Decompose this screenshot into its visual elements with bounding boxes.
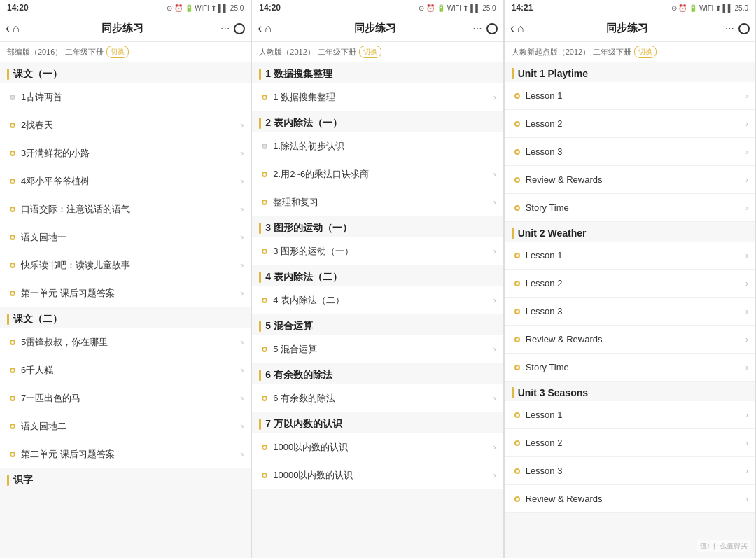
list-item[interactable]: Review & Rewards › — [505, 326, 755, 354]
list-item[interactable]: 3开满鲜花的小路 › — [0, 139, 251, 167]
nav-bar: ‹ ⌂ 同步练习 ··· — [252, 15, 503, 42]
chevron-icon: › — [493, 470, 496, 480]
chevron-icon: › — [746, 494, 748, 504]
section-header-2: Unit 3 Seasons — [505, 382, 755, 401]
panel-2: 14:20 ⊙ ⏰ 🔋 WiFi ⬆ ▌▌ 25.0 ‹ ⌂ 同步练习 ··· … — [252, 0, 503, 558]
section-bar — [7, 69, 9, 80]
list-item[interactable]: Lesson 2 › — [505, 429, 755, 457]
chevron-icon: › — [746, 438, 748, 448]
more-button[interactable]: ··· — [725, 22, 734, 35]
list-item[interactable]: 10000以内数的认识 › — [252, 461, 503, 489]
item-text: 3 图形的运动（一） — [273, 245, 493, 258]
list-item[interactable]: 整理和复习 › — [252, 188, 503, 216]
list-item[interactable]: 第一单元 课后习题答案 › — [0, 279, 251, 307]
section-header-0: 1 数据搜集整理 — [252, 62, 503, 83]
record-button[interactable] — [486, 23, 498, 34]
item-text: 4 表内除法（二） — [273, 294, 493, 307]
list-item[interactable]: 1.除法的初步认识 — [252, 132, 503, 160]
dot-icon — [514, 205, 520, 211]
list-item[interactable]: 语文园地一 › — [0, 223, 251, 251]
list-item[interactable]: 口语交际：注意说话的语气 › — [0, 195, 251, 223]
list-item[interactable]: Lesson 1 › — [505, 82, 755, 110]
dot-icon — [262, 249, 267, 254]
list-item[interactable]: Lesson 3 › — [505, 457, 755, 485]
list-item[interactable]: 快乐读书吧：读读儿童故事 › — [0, 251, 251, 279]
switch-button[interactable]: 切换 — [106, 46, 129, 58]
item-text: 1 数据搜集整理 — [273, 91, 493, 104]
section-title: 6 有余数的除法 — [265, 369, 332, 382]
dot-icon — [262, 95, 267, 100]
list-item[interactable]: Lesson 1 › — [505, 242, 755, 270]
back-button[interactable]: ‹ — [258, 21, 262, 36]
list-item[interactable]: 1 数据搜集整理 › — [252, 83, 503, 111]
list-item[interactable]: Lesson 3 › — [505, 298, 755, 326]
dot-icon — [262, 172, 267, 177]
section-header-1: 2 表内除法（一） — [252, 111, 503, 132]
item-text: 6 有余数的除法 — [273, 392, 493, 405]
item-text: 1古诗两首 — [21, 91, 244, 104]
item-text: Lesson 2 — [526, 118, 746, 129]
section-title: Unit 3 Seasons — [518, 387, 588, 398]
list-item[interactable]: Story Time › — [505, 354, 755, 382]
home-button[interactable]: ⌂ — [13, 22, 20, 35]
list-item[interactable]: Review & Rewards › — [505, 166, 755, 194]
list-item[interactable]: Lesson 1 › — [505, 401, 755, 429]
item-text: 语文园地二 — [21, 420, 241, 433]
home-button[interactable]: ⌂ — [517, 22, 524, 35]
more-button[interactable]: ··· — [220, 22, 230, 35]
list-item[interactable]: 4 表内除法（二） › — [252, 286, 503, 314]
more-button[interactable]: ··· — [472, 22, 482, 35]
dot-icon — [10, 123, 15, 128]
list-item[interactable]: 语文园地二 › — [0, 412, 251, 440]
record-button[interactable] — [234, 23, 245, 34]
nav-bar: ‹ ⌂ 同步练习 ··· — [505, 15, 755, 42]
chevron-icon: › — [241, 204, 244, 214]
list-item[interactable]: 第二单元 课后习题答案 › — [0, 440, 251, 468]
sub-header: 人教新起点版（2012） 二年级下册 切换 — [505, 42, 755, 62]
list-item[interactable]: 6 有余数的除法 › — [252, 384, 503, 412]
list-item[interactable]: 2找春天 › — [0, 111, 251, 139]
section-bar — [259, 69, 261, 80]
item-text: 第二单元 课后习题答案 — [21, 448, 241, 461]
list-item[interactable]: 5 混合运算 › — [252, 335, 503, 363]
back-button[interactable]: ‹ — [6, 21, 10, 36]
list-item[interactable]: Lesson 2 › — [505, 110, 755, 138]
section-title: 4 表内除法（二） — [265, 271, 342, 284]
home-button[interactable]: ⌂ — [265, 22, 272, 35]
dot-icon — [514, 440, 520, 446]
list-item[interactable]: 3 图形的运动（一） › — [252, 237, 503, 265]
chevron-icon: › — [746, 363, 748, 372]
section-header-6: 7 万以内数的认识 — [252, 412, 503, 433]
switch-button[interactable]: 切换 — [359, 46, 382, 58]
dot-icon — [10, 291, 15, 296]
item-text: 整理和复习 — [273, 196, 493, 209]
list-item[interactable]: 7一匹出色的马 › — [0, 384, 251, 412]
back-button[interactable]: ‹ — [510, 21, 514, 36]
publisher-label: 人教新起点版（2012） — [512, 47, 590, 57]
nav-title: 同步练习 — [529, 22, 724, 35]
record-button[interactable] — [738, 23, 750, 34]
dot-icon — [514, 309, 520, 314]
list-item[interactable]: 4邓小平爷爷植树 › — [0, 167, 251, 195]
section-title: 课文（二） — [13, 313, 62, 326]
content-scroll: 课文（一） 1古诗两首 2找春天 › 3开满鲜花的小路 › 4邓小平爷爷植树 ›… — [0, 62, 251, 558]
chevron-icon: › — [241, 393, 244, 403]
dot-icon — [10, 207, 15, 212]
list-item[interactable]: Lesson 2 › — [505, 270, 755, 298]
list-item[interactable]: 2.用2~6的乘法口诀求商 › — [252, 160, 503, 188]
list-item[interactable]: Lesson 3 › — [505, 138, 755, 166]
list-item[interactable]: 5雷锋叔叔，你在哪里 › — [0, 328, 251, 356]
list-item[interactable]: 1000以内数的认识 › — [252, 433, 503, 461]
dot-icon — [514, 337, 520, 342]
chevron-icon: › — [241, 288, 244, 298]
list-item[interactable]: 1古诗两首 — [0, 83, 251, 111]
list-item[interactable]: 6千人糕 › — [0, 356, 251, 384]
section-title: Unit 1 Playtime — [518, 68, 588, 79]
list-item[interactable]: Review & Rewards › — [505, 485, 755, 513]
list-item[interactable]: Story Time › — [505, 194, 755, 222]
status-time: 14:20 — [259, 3, 281, 13]
chevron-icon: › — [493, 246, 496, 256]
chevron-icon: › — [746, 466, 748, 476]
switch-button[interactable]: 切换 — [634, 46, 657, 58]
nav-bar: ‹ ⌂ 同步练习 ··· — [0, 15, 251, 42]
